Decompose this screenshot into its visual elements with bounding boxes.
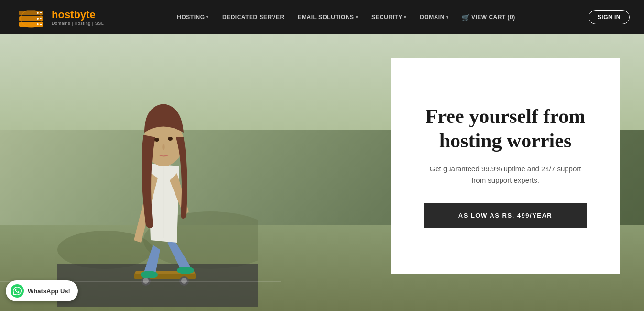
svg-point-19 [141, 271, 158, 278]
nav-links: HOSTING ▾ DEDICATED SERVER EMAIL SOLUTIO… [177, 14, 515, 21]
svg-rect-12 [57, 264, 258, 307]
logo[interactable]: hostbyte Domains | Hosting | SSL [14, 3, 104, 32]
navbar: hostbyte Domains | Hosting | SSL HOSTING… [0, 0, 644, 34]
chevron-down-icon: ▾ [206, 15, 209, 20]
nav-item-cart[interactable]: 🛒 VIEW CART (0) [462, 14, 515, 21]
logo-brand: hostbyte [52, 9, 104, 21]
nav-item-dedicated[interactable]: DEDICATED SERVER [222, 14, 284, 21]
svg-point-23 [154, 138, 159, 142]
whatsapp-label: WhatsApp Us! [28, 288, 70, 295]
nav-item-email[interactable]: EMAIL SOLUTIONS ▾ [298, 14, 358, 21]
signin-button[interactable]: SIGN IN [589, 10, 630, 24]
svg-point-16 [143, 278, 149, 284]
cta-button[interactable]: AS LOW AS RS. 499/YEAR [424, 203, 587, 228]
hero-headline: Free yourself from hosting worries [426, 104, 585, 153]
whatsapp-button[interactable]: WhatsApp Us! [6, 280, 78, 301]
hero-person-image [57, 58, 258, 307]
nav-item-hosting[interactable]: HOSTING ▾ [177, 14, 209, 21]
chevron-down-icon: ▾ [446, 15, 449, 20]
svg-rect-1 [19, 16, 43, 21]
whatsapp-icon [11, 284, 24, 298]
hero-subtext: Get guaranteed 99.9% uptime and 24/7 sup… [424, 163, 587, 186]
svg-point-24 [168, 137, 173, 141]
hero-section: Free yourself from hosting worries Get g… [0, 34, 644, 311]
svg-point-18 [181, 278, 187, 284]
cart-icon: 🛒 [462, 14, 470, 21]
chevron-down-icon: ▾ [356, 15, 359, 20]
nav-item-security[interactable]: SECURITY ▾ [371, 14, 406, 21]
svg-point-6 [37, 18, 39, 20]
svg-point-20 [177, 267, 194, 274]
nav-item-domain[interactable]: DOMAIN ▾ [420, 14, 448, 21]
hero-card: Free yourself from hosting worries Get g… [391, 58, 620, 274]
chevron-down-icon: ▾ [404, 15, 407, 20]
logo-tagline: Domains | Hosting | SSL [52, 21, 104, 26]
